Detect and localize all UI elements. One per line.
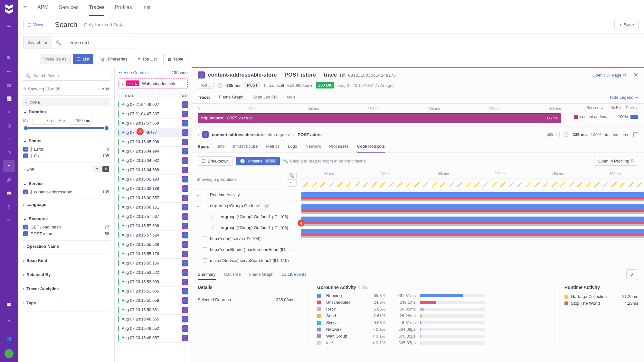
- trace-row[interactable]: Aug 07 20:16:05.006🌐: [115, 137, 192, 147]
- goroutine-lane[interactable]: [301, 239, 644, 252]
- trace-row[interactable]: Aug 07 20:16:02.193🌐: [115, 175, 192, 184]
- viz-timeseries[interactable]: 📊Timeseries: [96, 54, 131, 64]
- checkbox[interactable]: [203, 237, 207, 241]
- user-avatar[interactable]: [5, 349, 14, 358]
- goroutine-lane[interactable]: [301, 215, 644, 227]
- tab-network[interactable]: Network: [306, 141, 321, 153]
- span-service[interactable]: content-addressable-store: [212, 132, 264, 137]
- trace-row[interactable]: Aug 07 20:16:04.994🌐: [115, 147, 192, 156]
- nav-traces[interactable]: Traces: [89, 0, 104, 16]
- more-icon[interactable]: ⋮: [325, 132, 329, 137]
- trace-row[interactable]: Aug 07 20:15:55.176🌐: [115, 249, 192, 259]
- facet-env[interactable]: ›Env⏷✕: [23, 166, 109, 172]
- duration-min[interactable]: [33, 117, 55, 125]
- rail-team-icon[interactable]: 👥: [3, 332, 15, 344]
- trace-row[interactable]: Aug 07 20:15:58.151🌐: [115, 203, 192, 212]
- timeline-button[interactable]: 🕓TimelineBETA: [236, 157, 280, 165]
- breakdown-button[interactable]: ☰Breakdown: [198, 156, 233, 166]
- facet-tracer[interactable]: ›Tracer Analytics: [23, 286, 109, 291]
- facet-resource[interactable]: ⌄Resource: [23, 216, 109, 221]
- col-date[interactable]: DATE: [125, 94, 180, 98]
- checkbox-get[interactable]: ✓: [23, 225, 28, 229]
- goroutine-row[interactable]: main.(*Service).serveStore.func1 (ID: 11…: [192, 255, 301, 266]
- expand-button[interactable]: ⤢: [626, 269, 638, 280]
- tab-calltree[interactable]: Call Tree: [224, 269, 241, 280]
- duration-slider[interactable]: [24, 127, 108, 129]
- goroutine-row[interactable]: ⌄Runtime Activity: [192, 189, 301, 200]
- goroutine-lane[interactable]: [301, 227, 644, 239]
- logo[interactable]: [3, 3, 15, 14]
- checkbox[interactable]: [213, 215, 217, 219]
- checkbox-service[interactable]: ✓: [23, 190, 28, 194]
- checkbox[interactable]: [203, 193, 207, 197]
- facet-duration[interactable]: ⌄Duration: [23, 109, 109, 114]
- checkbox[interactable]: [633, 132, 638, 137]
- trace-row[interactable]: Aug 07 20:15:55.538🌐: [115, 240, 192, 249]
- open-profiling[interactable]: Open in Profiling ⧉: [594, 156, 638, 166]
- rail-help-icon[interactable]: ?: [3, 316, 15, 327]
- rail-ci-icon[interactable]: ◎: [3, 120, 15, 131]
- facet-status[interactable]: ⌄Status: [23, 138, 109, 143]
- tab-summary[interactable]: Summary: [198, 269, 216, 280]
- rail-plugin-icon[interactable]: ⊞: [3, 147, 15, 158]
- checkbox[interactable]: [203, 247, 207, 252]
- tab-events[interactable]: 12.1K events: [282, 269, 307, 280]
- trace-row[interactable]: Aug 07 20:16:04.668🌐: [115, 165, 192, 175]
- trace-row[interactable]: Aug 07 20:16:00.557🌐: [115, 193, 192, 203]
- trace-row[interactable]: Aug 07 20:16:04.682🌐: [115, 156, 192, 165]
- rail-collapse-icon[interactable]: ☰: [3, 19, 15, 31]
- rail-apm-icon[interactable]: ≡: [3, 160, 15, 172]
- goroutine-lane[interactable]: [301, 178, 644, 190]
- goroutine-lane[interactable]: [301, 203, 644, 215]
- add-facet[interactable]: +Add: [98, 87, 109, 91]
- rail-service-icon[interactable]: ⚛: [3, 106, 15, 118]
- duration-max[interactable]: [69, 117, 91, 125]
- facet-service[interactable]: ⌄Service: [23, 181, 109, 186]
- menu-icon[interactable]: ☰: [23, 5, 27, 10]
- clear-icon[interactable]: ✕: [102, 166, 109, 172]
- rail-metrics-icon[interactable]: 📈: [3, 93, 15, 104]
- checkbox[interactable]: [203, 258, 207, 263]
- rail-binoculars-icon[interactable]: 👓: [3, 66, 15, 77]
- facet-retained[interactable]: ›Retained By: [23, 272, 109, 277]
- goroutine-lane[interactable]: [301, 190, 644, 203]
- trace-row[interactable]: Aug 07 20:15:48.565🌐: [115, 315, 192, 324]
- checkbox-error[interactable]: ✓: [23, 147, 28, 152]
- hide-legend[interactable]: Hide Legend ⇥: [610, 92, 638, 103]
- trace-row[interactable]: Aug 07 20:15:55.156🌐: [115, 259, 192, 268]
- trace-row[interactable]: Aug 07 20:15:53.522🌐: [115, 268, 192, 277]
- viz-table[interactable]: ▦Table: [163, 54, 187, 64]
- trace-row[interactable]: Aug 07 20:15:57.624🌐: [115, 231, 192, 240]
- tab-info[interactable]: Info: [218, 141, 225, 153]
- tab-logs[interactable]: Logs: [288, 141, 297, 153]
- flame-span[interactable]: http.request POST /store 335 ms: [198, 113, 561, 123]
- trace-row[interactable]: Aug 07 20:17:57.869🌐: [115, 119, 192, 128]
- facet-type[interactable]: ›Type: [23, 301, 109, 305]
- rail-search-icon[interactable]: 🔍: [3, 52, 15, 64]
- facet-search[interactable]: 🔍 Search facets: [22, 71, 110, 81]
- span-percentile[interactable]: p68 ⎍: [544, 131, 560, 138]
- hide-controls[interactable]: ⇤Hide Controls: [118, 70, 149, 75]
- facet-core-header[interactable]: ⌄CORE: [22, 98, 110, 106]
- views-button[interactable]: ▢ Views: [23, 20, 48, 29]
- chevron-down-icon[interactable]: ⌄: [635, 106, 638, 110]
- tab-flame-graph[interactable]: Flame Graph: [219, 91, 243, 103]
- watchdog-insights[interactable]: › 👓1 Watchdog Insights: [118, 78, 188, 88]
- trace-row[interactable]: Aug 07 21:04:49.007🌐: [115, 100, 192, 109]
- chevron-right-icon[interactable]: ›: [198, 132, 199, 137]
- trace-id[interactable]: 8812318055614248173: [348, 73, 396, 78]
- viz-list[interactable]: ☰List: [73, 54, 93, 64]
- query-input[interactable]: Search for 🔍 env:root: [23, 36, 136, 49]
- trace-row[interactable]: Aug 07 20:15:57.636🌐: [115, 221, 192, 231]
- search-goroutines[interactable]: 🔍: [287, 172, 297, 179]
- tab-lower-flame[interactable]: Flame Graph: [249, 269, 274, 280]
- latency-percentile[interactable]: p68 ⎍: [198, 82, 213, 89]
- checkbox-ok[interactable]: ✓: [23, 153, 28, 158]
- chevron-down-icon[interactable]: ⌄: [601, 106, 604, 110]
- goroutine-row[interactable]: http.(*conn).serve (ID: 104): [192, 233, 301, 244]
- goroutine-row[interactable]: http.(*connReader).backgroundRead (ID: .…: [192, 244, 301, 255]
- facet-operation[interactable]: ›Operation Name: [23, 244, 109, 249]
- tab-code-hotspots[interactable]: Code Hotspots: [357, 141, 385, 153]
- close-icon[interactable]: ✕: [633, 71, 638, 79]
- nav-apm[interactable]: APM: [37, 0, 49, 16]
